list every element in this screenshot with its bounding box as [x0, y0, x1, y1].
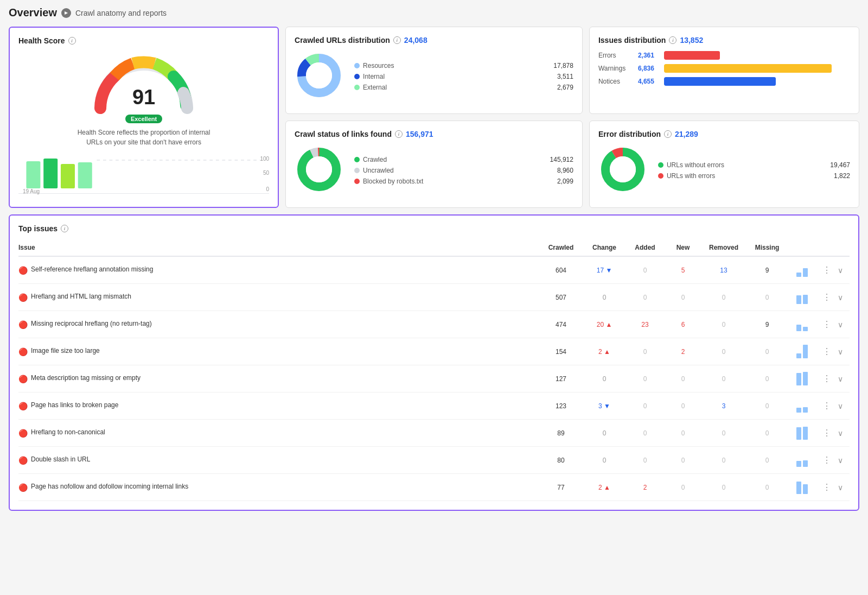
svg-rect-21 [796, 295, 801, 304]
crawl-status-card: Crawl status of links found i 156,971 [285, 121, 583, 208]
row-actions[interactable]: ⋮ ∨ [816, 256, 850, 284]
error-icon: 🔴 [18, 320, 28, 329]
row-actions[interactable]: ⋮ ∨ [816, 393, 850, 420]
error-icon: 🔴 [18, 347, 28, 356]
top-issues-info-icon[interactable]: i [61, 225, 68, 232]
error-distribution-content: URLs without errors 19,467 URLs with err… [598, 145, 850, 195]
row-menu-button[interactable]: ⋮ [820, 456, 833, 465]
row-actions[interactable]: ⋮ ∨ [816, 311, 850, 338]
error-dist-info-icon[interactable]: i [664, 130, 672, 138]
health-score-info-icon[interactable]: i [68, 37, 76, 45]
svg-rect-20 [803, 268, 808, 277]
crawled-value: 127 [539, 365, 583, 393]
change-value: 20 ▲ [583, 311, 626, 338]
row-actions[interactable]: ⋮ ∨ [816, 284, 850, 311]
change-value: 0 [583, 284, 626, 311]
issue-name-cell: 🔴 Hreflang and HTML lang mismatch [18, 284, 539, 311]
mini-bar-cell [789, 420, 816, 447]
row-actions[interactable]: ⋮ ∨ [816, 420, 850, 447]
crawled-urls-info-icon[interactable]: i [393, 36, 401, 44]
removed-value: 0 [702, 338, 745, 365]
col-header-crawled: Crawled [539, 240, 583, 256]
row-expand-button[interactable]: ∨ [835, 456, 845, 465]
crawled-value: 507 [539, 284, 583, 311]
svg-point-4 [306, 62, 332, 88]
top-issues-section: Top issues i Issue Crawled Change Added … [9, 214, 859, 511]
removed-value: 0 [702, 284, 745, 311]
row-menu-button[interactable]: ⋮ [820, 293, 833, 302]
row-actions[interactable]: ⋮ ∨ [816, 365, 850, 393]
crawled-urls-content: Resources 17,878 Internal 3,511 External… [295, 51, 573, 102]
missing-value: 0 [745, 474, 789, 501]
issue-name-cell: 🔴 Image file size too large [18, 338, 539, 365]
row-menu-button[interactable]: ⋮ [820, 375, 833, 383]
crawl-status-info-icon[interactable]: i [395, 130, 403, 138]
col-header-issue: Issue [18, 240, 539, 256]
chart-y-50: 50 [263, 170, 269, 176]
mini-bar-cell [789, 338, 816, 365]
row-menu-button[interactable]: ⋮ [820, 483, 833, 492]
errors-bar-row: Errors 2,361 [598, 51, 850, 60]
crawled-value: 604 [539, 256, 583, 284]
issues-info-icon[interactable]: i [669, 36, 676, 44]
mini-bar-cell [789, 311, 816, 338]
table-row: 🔴 Hreflang to non-canonical 89 0 0 0 0 0… [18, 420, 850, 447]
row-expand-button[interactable]: ∨ [835, 293, 845, 302]
legend-resources: Resources 17,878 [354, 62, 573, 69]
error-distribution-title: Error distribution i 21,289 [598, 130, 850, 138]
missing-value: 0 [745, 365, 789, 393]
chart-y-100: 100 [260, 156, 269, 162]
new-value: 2 [664, 338, 702, 365]
row-expand-button[interactable]: ∨ [835, 402, 845, 410]
crawled-value: 154 [539, 338, 583, 365]
table-row: 🔴 Page has links to broken page 123 3 ▼ … [18, 393, 850, 420]
play-icon[interactable]: ▶ [61, 8, 71, 18]
legend-uncrawled: Uncrawled 8,960 [354, 167, 573, 174]
issue-name-cell: 🔴 Meta description tag missing or empty [18, 365, 539, 393]
row-menu-button[interactable]: ⋮ [820, 320, 833, 329]
row-expand-button[interactable]: ∨ [835, 375, 845, 383]
breadcrumb[interactable]: Crawl anatomy and reports [75, 9, 167, 17]
mini-bar-cell [789, 365, 816, 393]
health-score-card: Health Score i [9, 27, 279, 208]
row-menu-button[interactable]: ⋮ [820, 402, 833, 410]
health-score-description: Health Score reflects the proportion of … [73, 128, 214, 147]
crawl-status-donut [295, 145, 343, 195]
removed-value: 0 [702, 474, 745, 501]
crawled-value: 474 [539, 311, 583, 338]
table-row: 🔴 Meta description tag missing or empty … [18, 365, 850, 393]
svg-rect-28 [803, 372, 808, 385]
removed-value: 0 [702, 447, 745, 474]
row-actions[interactable]: ⋮ ∨ [816, 447, 850, 474]
row-actions[interactable]: ⋮ ∨ [816, 474, 850, 501]
legend-no-errors: URLs without errors 19,467 [658, 161, 850, 169]
missing-value: 0 [745, 393, 789, 420]
legend-blocked: Blocked by robots.txt 2,099 [354, 178, 573, 185]
svg-rect-31 [796, 427, 801, 440]
svg-point-14 [306, 156, 332, 182]
errors-bar [664, 51, 850, 60]
row-expand-button[interactable]: ∨ [835, 429, 845, 438]
removed-value: 0 [702, 365, 745, 393]
table-row: 🔴 Image file size too large 154 2 ▲ 0 2 … [18, 338, 850, 365]
added-value: 0 [626, 365, 664, 393]
col-header-change: Change [583, 240, 626, 256]
row-expand-button[interactable]: ∨ [835, 320, 845, 329]
missing-value: 0 [745, 338, 789, 365]
row-expand-button[interactable]: ∨ [835, 266, 845, 275]
svg-rect-8 [78, 162, 92, 188]
row-actions[interactable]: ⋮ ∨ [816, 338, 850, 365]
top-grid: Crawled URLs distribution i 24,068 [9, 27, 859, 208]
row-menu-button[interactable]: ⋮ [820, 429, 833, 438]
mini-bar-cell [789, 284, 816, 311]
row-menu-button[interactable]: ⋮ [820, 347, 833, 356]
legend-crawled: Crawled 145,912 [354, 156, 573, 163]
svg-rect-30 [803, 407, 808, 413]
new-value: 6 [664, 311, 702, 338]
notices-bar-row: Notices 4,655 [598, 77, 850, 86]
health-score-number: 91 [132, 86, 155, 109]
row-expand-button[interactable]: ∨ [835, 483, 845, 492]
row-menu-button[interactable]: ⋮ [820, 266, 833, 275]
row-expand-button[interactable]: ∨ [835, 347, 845, 356]
chart-y-0: 0 [266, 186, 270, 192]
